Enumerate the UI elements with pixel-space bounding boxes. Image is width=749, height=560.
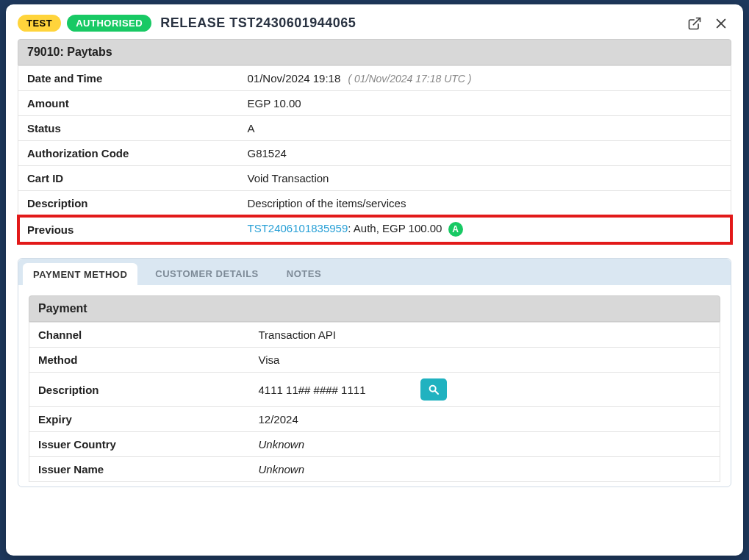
details-table: Date and Time 01/Nov/2024 19:18 ( 01/Nov… — [18, 65, 731, 243]
value-previous: TST2406101835959: Auth, EGP 100.00 A — [239, 216, 731, 243]
previous-rest-text: : Auth, EGP 100.00 — [348, 222, 442, 234]
payment-section-header: Payment — [29, 295, 720, 322]
row-channel: Channel Transaction API — [29, 323, 720, 348]
value-description: Description of the items/services — [239, 191, 731, 216]
value-channel: Transaction API — [250, 323, 720, 348]
label-issuer-country: Issuer Country — [29, 432, 250, 457]
svg-line-4 — [435, 391, 438, 394]
label-amount: Amount — [18, 91, 239, 116]
row-issuer-name: Issuer Name Unknown — [29, 457, 720, 482]
row-method: Method Visa — [29, 348, 720, 373]
badge-authorised: AUTHORISED — [67, 15, 151, 32]
header-actions — [687, 16, 727, 31]
row-auth-code: Authorization Code G81524 — [18, 141, 731, 166]
label-description: Description — [18, 191, 239, 216]
label-auth-code: Authorization Code — [18, 141, 239, 166]
row-issuer-country: Issuer Country Unknown — [29, 432, 720, 457]
date-time-local: 01/Nov/2024 19:18 — [248, 72, 341, 85]
row-expiry: Expiry 12/2024 — [29, 407, 720, 432]
date-time-utc: ( 01/Nov/2024 17:18 UTC ) — [348, 73, 471, 85]
close-icon[interactable] — [715, 18, 727, 29]
value-status: A — [239, 116, 731, 141]
modal-header: TEST AUTHORISED RELEASE TST2430601944065 — [18, 15, 731, 32]
label-status: Status — [18, 116, 239, 141]
label-issuer-name: Issuer Name — [29, 457, 250, 482]
value-issuer-name: Unknown — [250, 457, 720, 482]
tabs-container: PAYMENT METHOD CUSTOMER DETAILS NOTES Pa… — [18, 258, 731, 487]
previous-transaction-link[interactable]: TST2406101835959 — [248, 222, 348, 234]
row-card-description: Description 4111 11## #### 1111 — [29, 373, 720, 407]
badge-test: TEST — [18, 15, 61, 32]
value-expiry: 12/2024 — [250, 407, 720, 432]
row-date-time: Date and Time 01/Nov/2024 19:18 ( 01/Nov… — [18, 66, 731, 91]
svg-line-0 — [693, 18, 700, 24]
merchant-section-header: 79010: Paytabs — [18, 39, 731, 65]
payment-table: Channel Transaction API Method Visa Desc… — [29, 322, 720, 482]
value-method: Visa — [250, 348, 720, 373]
label-previous: Previous — [18, 216, 239, 243]
modal-title: RELEASE TST2430601944065 — [160, 15, 681, 31]
previous-status-pill: A — [448, 222, 463, 237]
transaction-modal: TEST AUTHORISED RELEASE TST2430601944065… — [6, 4, 743, 556]
label-method: Method — [29, 348, 250, 373]
tab-notes[interactable]: NOTES — [276, 262, 332, 285]
tabs-bar: PAYMENT METHOD CUSTOMER DETAILS NOTES — [18, 259, 731, 285]
tab-content: Payment Channel Transaction API Method V… — [18, 285, 731, 482]
card-number-masked: 4111 11## #### 1111 — [259, 384, 420, 396]
row-status: Status A — [18, 116, 731, 141]
card-search-button[interactable] — [420, 378, 447, 401]
row-description: Description Description of the items/ser… — [18, 191, 731, 216]
value-cart-id: Void Transaction — [239, 166, 731, 191]
label-date-time: Date and Time — [18, 66, 239, 91]
tab-customer-details[interactable]: CUSTOMER DETAILS — [145, 262, 268, 285]
row-previous: Previous TST2406101835959: Auth, EGP 100… — [18, 216, 731, 243]
row-amount: Amount EGP 10.00 — [18, 91, 731, 116]
value-card-description: 4111 11## #### 1111 — [250, 373, 720, 407]
value-amount: EGP 10.00 — [239, 91, 731, 116]
label-expiry: Expiry — [29, 407, 250, 432]
label-cart-id: Cart ID — [18, 166, 239, 191]
value-auth-code: G81524 — [239, 141, 731, 166]
label-card-description: Description — [29, 373, 250, 407]
value-issuer-country: Unknown — [250, 432, 720, 457]
value-date-time: 01/Nov/2024 19:18 ( 01/Nov/2024 17:18 UT… — [239, 66, 731, 91]
row-cart-id: Cart ID Void Transaction — [18, 166, 731, 191]
external-link-icon[interactable] — [687, 16, 702, 31]
tab-payment-method[interactable]: PAYMENT METHOD — [23, 263, 137, 286]
label-channel: Channel — [29, 323, 250, 348]
